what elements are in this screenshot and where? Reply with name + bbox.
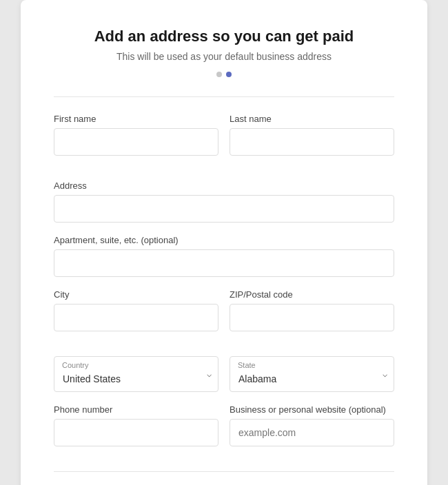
dot-2 (226, 72, 232, 77)
country-state-row: Country United States Canada United King… (54, 356, 394, 392)
top-divider (54, 96, 394, 97)
first-name-label: First name (54, 114, 218, 124)
last-name-group: Last name (230, 114, 394, 156)
state-group: State Alabama Alaska Arizona California … (230, 356, 394, 392)
first-name-group: First name (54, 114, 218, 156)
country-select[interactable]: United States Canada United Kingdom (54, 356, 218, 392)
state-select-wrapper: State Alabama Alaska Arizona California … (230, 356, 394, 392)
page-title: Add an address so you can get paid (54, 28, 394, 45)
progress-dots (54, 72, 394, 77)
phone-website-row: Phone number Business or personal websit… (54, 404, 394, 459)
address-group: Address (54, 180, 394, 223)
state-select[interactable]: Alabama Alaska Arizona California New Yo… (230, 356, 394, 392)
first-name-input[interactable] (54, 128, 218, 156)
phone-group: Phone number (54, 404, 218, 446)
zip-label: ZIP/Postal code (230, 289, 394, 300)
city-input[interactable] (54, 304, 218, 331)
name-row: First name Last name (54, 114, 394, 168)
website-label: Business or personal website (optional) (230, 404, 394, 415)
website-input[interactable] (230, 419, 394, 446)
apt-group: Apartment, suite, etc. (optional) (54, 235, 394, 277)
city-group: City (54, 289, 218, 331)
website-group: Business or personal website (optional) (230, 404, 394, 446)
country-group: Country United States Canada United King… (54, 356, 218, 392)
dot-1 (216, 72, 222, 77)
zip-input[interactable] (230, 304, 394, 331)
phone-input[interactable] (54, 419, 218, 446)
last-name-label: Last name (230, 114, 394, 124)
address-label: Address (54, 180, 394, 191)
city-label: City (54, 289, 218, 300)
city-zip-row: City ZIP/Postal code (54, 289, 394, 344)
apt-label: Apartment, suite, etc. (optional) (54, 235, 394, 245)
address-form-card: Add an address so you can get paid This … (21, 0, 427, 485)
last-name-input[interactable] (230, 128, 394, 156)
phone-label: Phone number (54, 404, 218, 415)
page-subtitle: This will be used as your default busine… (54, 51, 394, 62)
country-select-wrapper: Country United States Canada United King… (54, 356, 218, 392)
zip-group: ZIP/Postal code (230, 289, 394, 331)
apt-input[interactable] (54, 249, 394, 277)
bottom-divider (54, 471, 394, 472)
address-input[interactable] (54, 195, 394, 223)
form-header: Add an address so you can get paid This … (54, 28, 394, 77)
